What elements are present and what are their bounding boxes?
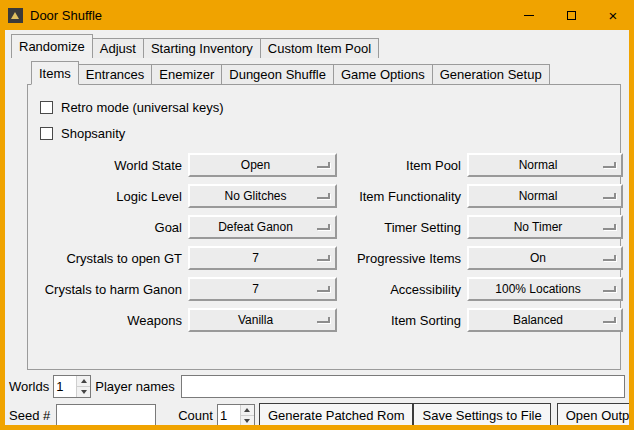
tab-generation-setup[interactable]: Generation Setup xyxy=(432,64,550,84)
arrow-up-icon xyxy=(244,408,250,412)
count-spin-arrows xyxy=(240,405,254,425)
menu-indicator-icon xyxy=(317,224,330,230)
world-state-label: World State xyxy=(34,153,182,177)
tab-randomize[interactable]: Randomize xyxy=(11,34,93,58)
crystals-ganon-value: 7 xyxy=(252,282,259,296)
generate-patched-rom-button[interactable]: Generate Patched Rom xyxy=(259,403,414,425)
menu-indicator-icon xyxy=(317,255,330,261)
retro-mode-checkbox-row[interactable]: Retro mode (universal keys) xyxy=(40,97,616,117)
menu-indicator-icon xyxy=(603,162,616,168)
progressive-items-value: On xyxy=(530,251,546,265)
retro-mode-checkbox[interactable] xyxy=(40,101,53,114)
menu-indicator-icon xyxy=(317,193,330,199)
item-pool-value: Normal xyxy=(519,158,558,172)
item-sorting-label: Item Sorting xyxy=(343,308,461,332)
menu-indicator-icon xyxy=(603,224,616,230)
accessibility-value: 100% Locations xyxy=(495,282,580,296)
menu-indicator-icon xyxy=(317,317,330,323)
item-pool-dropdown[interactable]: Normal xyxy=(467,153,623,177)
tab-entrances[interactable]: Entrances xyxy=(78,64,153,84)
window-controls: × xyxy=(508,0,634,30)
inner-tab-bar: Items Entrances Enemizer Dungeon Shuffle… xyxy=(31,61,621,84)
menu-indicator-icon xyxy=(603,255,616,261)
spin-down-button[interactable] xyxy=(241,415,254,425)
item-pool-label: Item Pool xyxy=(343,153,461,177)
minimize-button[interactable] xyxy=(508,0,550,30)
goal-dropdown[interactable]: Defeat Ganon xyxy=(188,215,337,239)
minimize-icon xyxy=(524,15,534,16)
open-output-directory-button[interactable]: Open Output Directory xyxy=(557,403,629,425)
tab-custom-item-pool[interactable]: Custom Item Pool xyxy=(260,38,379,58)
crystals-ganon-dropdown[interactable]: 7 xyxy=(188,277,337,301)
tab-starting-inventory[interactable]: Starting Inventory xyxy=(143,38,261,58)
close-icon: × xyxy=(609,8,618,23)
item-functionality-value: Normal xyxy=(519,189,558,203)
item-functionality-dropdown[interactable]: Normal xyxy=(467,184,623,208)
items-tab-panel: Retro mode (universal keys) Shopsanity W… xyxy=(27,84,621,370)
player-names-input[interactable] xyxy=(181,375,625,398)
world-state-dropdown[interactable]: Open xyxy=(188,153,337,177)
shopsanity-checkbox[interactable] xyxy=(40,127,53,140)
item-sorting-dropdown[interactable]: Balanced xyxy=(467,308,623,332)
seed-input[interactable] xyxy=(56,404,156,425)
tab-adjust[interactable]: Adjust xyxy=(92,38,144,58)
maximize-button[interactable] xyxy=(550,0,592,30)
progressive-items-dropdown[interactable]: On xyxy=(467,246,623,270)
goal-label: Goal xyxy=(34,215,182,239)
tab-enemizer[interactable]: Enemizer xyxy=(151,64,222,84)
worlds-label: Worlds xyxy=(9,379,49,394)
retro-mode-label: Retro mode (universal keys) xyxy=(61,100,224,115)
menu-indicator-icon xyxy=(317,286,330,292)
shopsanity-checkbox-row[interactable]: Shopsanity xyxy=(40,123,616,143)
accessibility-label: Accessibility xyxy=(343,277,461,301)
spin-up-button[interactable] xyxy=(77,376,90,386)
weapons-dropdown[interactable]: Vanilla xyxy=(188,308,337,332)
save-settings-button[interactable]: Save Settings to File xyxy=(413,403,550,425)
count-label: Count xyxy=(178,408,213,423)
window: Door Shuffle × Randomize Adjust Starting… xyxy=(0,0,634,430)
world-state-value: Open xyxy=(241,158,270,172)
weapons-value: Vanilla xyxy=(238,313,273,327)
progressive-items-label: Progressive Items xyxy=(343,246,461,270)
worlds-input[interactable] xyxy=(54,376,76,397)
outer-tab-bar: Randomize Adjust Starting Inventory Cust… xyxy=(11,34,625,58)
tab-game-options[interactable]: Game Options xyxy=(333,64,433,84)
window-title: Door Shuffle xyxy=(30,8,508,23)
app-icon xyxy=(8,8,23,23)
accessibility-dropdown[interactable]: 100% Locations xyxy=(467,277,623,301)
window-body: Randomize Adjust Starting Inventory Cust… xyxy=(5,30,629,425)
worlds-spin-arrows xyxy=(76,376,90,397)
spin-down-button[interactable] xyxy=(77,386,90,397)
arrow-down-icon xyxy=(81,390,87,394)
titlebar: Door Shuffle × xyxy=(0,0,634,30)
crystals-gt-label: Crystals to open GT xyxy=(34,246,182,270)
crystals-ganon-label: Crystals to harm Ganon xyxy=(34,277,182,301)
timer-setting-label: Timer Setting xyxy=(343,215,461,239)
tab-dungeon-shuffle[interactable]: Dungeon Shuffle xyxy=(221,64,334,84)
crystals-gt-dropdown[interactable]: 7 xyxy=(188,246,337,270)
menu-indicator-icon xyxy=(603,193,616,199)
close-button[interactable]: × xyxy=(592,0,634,30)
weapons-label: Weapons xyxy=(34,308,182,332)
multiworld-row: Worlds Player names xyxy=(9,375,625,398)
timer-setting-dropdown[interactable]: No Timer xyxy=(467,215,623,239)
generate-row: Seed # Count Generate Patched Rom Save S… xyxy=(9,403,625,425)
arrow-down-icon xyxy=(244,419,250,423)
spin-up-button[interactable] xyxy=(241,405,254,415)
crystals-gt-value: 7 xyxy=(252,251,259,265)
worlds-spinner[interactable] xyxy=(53,375,91,398)
bottom-controls: Worlds Player names Seed # Count xyxy=(9,370,625,425)
player-names-label: Player names xyxy=(95,379,174,394)
tab-items[interactable]: Items xyxy=(31,61,79,85)
logic-level-value: No Glitches xyxy=(224,189,286,203)
menu-indicator-icon xyxy=(603,286,616,292)
menu-indicator-icon xyxy=(603,317,616,323)
maximize-icon xyxy=(567,11,576,20)
logic-level-dropdown[interactable]: No Glitches xyxy=(188,184,337,208)
options-grid: World State Open Item Pool Normal Logic … xyxy=(34,153,616,332)
goal-value: Defeat Ganon xyxy=(218,220,293,234)
shopsanity-label: Shopsanity xyxy=(61,126,125,141)
count-spinner[interactable] xyxy=(217,404,255,425)
count-input[interactable] xyxy=(218,405,240,425)
item-sorting-value: Balanced xyxy=(513,313,563,327)
